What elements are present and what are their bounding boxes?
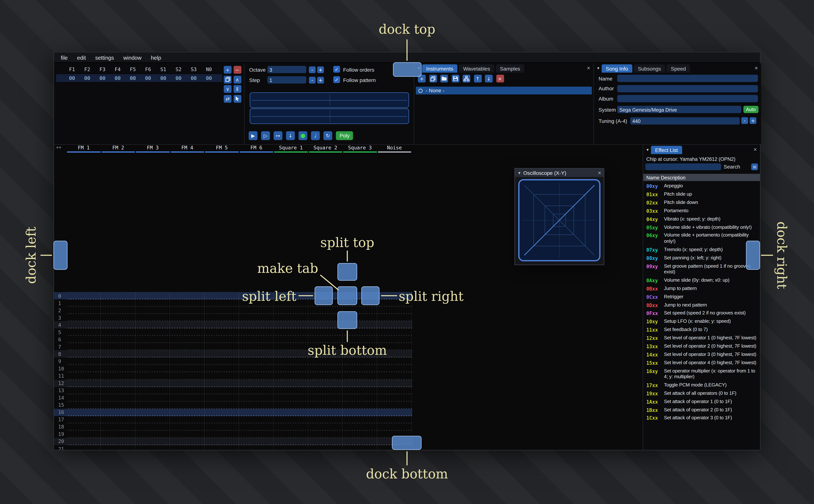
- menu-item[interactable]: window: [119, 54, 146, 60]
- pattern-row-cells[interactable]: [66, 372, 412, 380]
- order-move-down-button[interactable]: ∨: [224, 85, 231, 93]
- pattern-row[interactable]: 11: [54, 372, 412, 380]
- pattern-row[interactable]: 0: [54, 292, 412, 300]
- split-target-right[interactable]: [361, 286, 379, 305]
- system-input[interactable]: [617, 106, 741, 113]
- order-duplicate-button[interactable]: [224, 76, 231, 83]
- dock-target-left[interactable]: [53, 241, 67, 270]
- order-remove-button[interactable]: −: [233, 66, 241, 74]
- pattern-row-cells[interactable]: [66, 307, 412, 314]
- pattern-row[interactable]: 12: [54, 379, 412, 387]
- pattern-row-cells[interactable]: [66, 394, 412, 401]
- order-cell[interactable]: 00: [130, 75, 145, 81]
- tab-song-info[interactable]: Song Info: [602, 64, 632, 73]
- tab-samples[interactable]: Samples: [496, 64, 525, 73]
- order-row[interactable]: 00000000000000000000: [56, 74, 222, 82]
- split-target-bottom[interactable]: [337, 311, 357, 329]
- instrument-delete-button[interactable]: ×: [496, 75, 504, 83]
- pattern-row[interactable]: 18: [54, 423, 412, 431]
- follow-pattern-checkbox[interactable]: ✓: [333, 76, 340, 83]
- channel-header[interactable]: Noise: [377, 145, 412, 153]
- tuning-increase-button[interactable]: +: [750, 117, 757, 124]
- pattern-row-cells[interactable]: [66, 358, 412, 365]
- tab-instruments[interactable]: Instruments: [422, 64, 458, 73]
- dock-target-top[interactable]: [393, 62, 422, 77]
- pattern-row[interactable]: 20: [54, 438, 412, 445]
- play-from-cursor-button[interactable]: ↦: [273, 131, 282, 140]
- instrument-duplicate-button[interactable]: [429, 75, 437, 83]
- order-change-mode-button[interactable]: ⇄: [224, 95, 231, 102]
- edit-record-toggle-button[interactable]: ●: [298, 131, 307, 140]
- pattern-row[interactable]: 15: [54, 401, 412, 409]
- play-pattern-button[interactable]: ▷: [261, 131, 270, 140]
- pattern-row-cells[interactable]: [66, 431, 412, 438]
- channel-header[interactable]: Square 3: [343, 145, 377, 153]
- channel-header[interactable]: Square 1: [273, 145, 308, 153]
- split-target-left[interactable]: [315, 286, 333, 305]
- dock-target-bottom[interactable]: [392, 436, 422, 450]
- pattern-row-cells[interactable]: [66, 336, 412, 343]
- menu-item[interactable]: help: [146, 54, 166, 60]
- pattern-row[interactable]: 10: [54, 365, 412, 372]
- dock-target-right[interactable]: [746, 241, 760, 270]
- effect-search-input[interactable]: [645, 163, 721, 170]
- hamburger-icon[interactable]: ≡: [751, 163, 758, 170]
- collapse-icon[interactable]: ▼: [518, 171, 521, 175]
- pattern-row[interactable]: 13: [54, 387, 412, 394]
- pattern-row-cells[interactable]: [66, 314, 412, 321]
- order-add-button[interactable]: +: [224, 66, 231, 74]
- pattern-row-cells[interactable]: [66, 321, 412, 329]
- pattern-row-cells[interactable]: [66, 423, 412, 431]
- instrument-save-button[interactable]: [452, 75, 459, 83]
- order-cell[interactable]: 00: [191, 75, 206, 81]
- octave-increase-button[interactable]: +: [317, 66, 324, 73]
- pattern-row-cells[interactable]: [66, 401, 412, 409]
- pattern-row-cells[interactable]: [66, 328, 412, 336]
- step-input[interactable]: [267, 76, 306, 83]
- tuning-input[interactable]: [630, 117, 740, 124]
- close-icon[interactable]: ×: [754, 146, 757, 153]
- order-move-up-button[interactable]: ∧: [233, 76, 241, 83]
- pattern-row-cells[interactable]: [66, 409, 412, 416]
- instrument-move-up-button[interactable]: ↑: [474, 75, 482, 83]
- poly-mono-button[interactable]: Poly: [336, 131, 353, 140]
- menu-item[interactable]: settings: [90, 54, 119, 60]
- pattern-row-cells[interactable]: [66, 379, 412, 387]
- channel-header[interactable]: FM 3: [135, 145, 170, 153]
- pattern-row-cells[interactable]: [66, 292, 412, 300]
- pattern-row-cells[interactable]: [66, 445, 412, 450]
- instrument-move-down-button[interactable]: ↓: [485, 75, 493, 83]
- instrument-list-item-none[interactable]: - None -: [416, 87, 592, 94]
- follow-orders-checkbox[interactable]: ✓: [333, 66, 340, 73]
- pattern-row-cells[interactable]: [66, 416, 412, 423]
- instrument-organize-button[interactable]: [463, 75, 470, 83]
- repeat-pattern-button[interactable]: ↻: [323, 131, 332, 140]
- tab-effect-list[interactable]: Effect List: [651, 146, 682, 154]
- tab-speed[interactable]: Speed: [667, 64, 690, 73]
- pattern-row[interactable]: 14: [54, 394, 412, 401]
- order-cell[interactable]: 00: [84, 75, 99, 81]
- pattern-corner-add-buttons[interactable]: ++: [54, 145, 67, 153]
- split-target-top[interactable]: [337, 263, 357, 281]
- text-field[interactable]: [617, 85, 758, 92]
- order-cell[interactable]: 00: [175, 75, 191, 81]
- pattern-row[interactable]: 1: [54, 299, 412, 307]
- channel-header[interactable]: FM 6: [239, 145, 273, 153]
- order-cell[interactable]: 00: [160, 75, 176, 81]
- pattern-row[interactable]: 3: [54, 314, 412, 321]
- pattern-row[interactable]: 21: [54, 445, 412, 450]
- tab-wavetables[interactable]: Wavetables: [459, 64, 494, 73]
- pattern-row[interactable]: 19: [54, 431, 412, 438]
- close-icon[interactable]: ×: [598, 170, 601, 176]
- order-cell[interactable]: 00: [99, 75, 115, 81]
- step-row-button[interactable]: ↓: [286, 131, 295, 140]
- pattern-row-cells[interactable]: [66, 299, 412, 307]
- pattern-row-cells[interactable]: [66, 387, 412, 394]
- channel-header[interactable]: FM 2: [101, 145, 135, 153]
- menu-item[interactable]: edit: [72, 54, 90, 60]
- tuning-decrease-button[interactable]: -: [741, 117, 748, 124]
- menu-item[interactable]: file: [56, 54, 72, 60]
- collapse-icon[interactable]: ▼: [646, 148, 650, 152]
- play-button[interactable]: ▶: [249, 131, 257, 140]
- system-auto-button[interactable]: Auto: [743, 106, 758, 113]
